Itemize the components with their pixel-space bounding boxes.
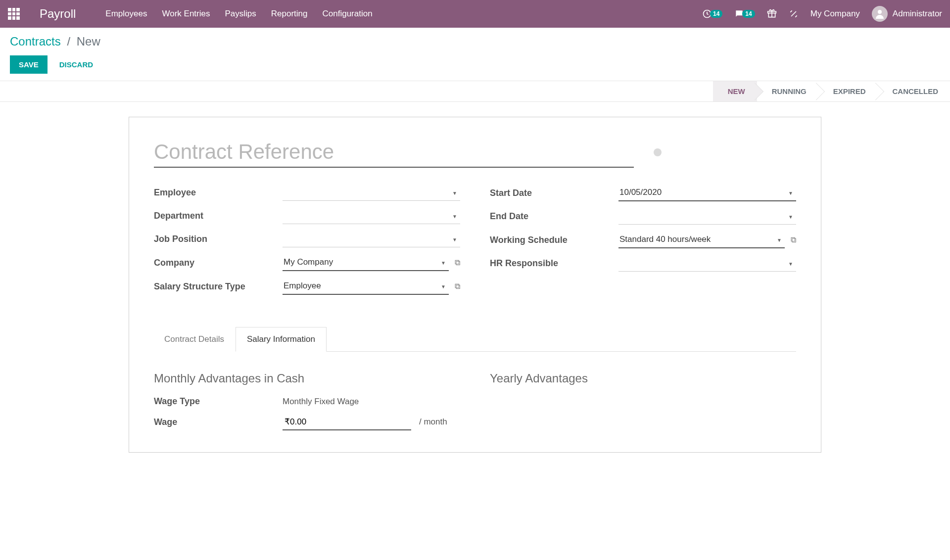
stage-expired[interactable]: EXPIRED (818, 81, 878, 101)
wage-input[interactable] (283, 414, 411, 430)
salary-structure-type-field[interactable] (283, 278, 449, 295)
user-icon (874, 8, 886, 20)
label-department: Department (154, 211, 283, 221)
avatar (872, 6, 888, 22)
hr-responsible-field[interactable] (618, 255, 796, 272)
job-position-field[interactable] (283, 231, 460, 247)
label-working-schedule: Working Schedule (490, 235, 618, 245)
statusbar-wrap: NEW RUNNING EXPIRED CANCELLED (0, 81, 950, 102)
employee-field[interactable] (283, 185, 460, 201)
messages-button[interactable]: 14 (734, 9, 755, 19)
gift-button[interactable] (767, 9, 777, 19)
start-date-field[interactable] (618, 185, 796, 201)
form-container: Employee ▼ Department ▼ Job Position (0, 102, 950, 453)
user-menu[interactable]: Administrator (872, 6, 942, 22)
nav-menu: Employees Work Entries Payslips Reportin… (105, 9, 702, 19)
kanban-state-dot[interactable] (654, 148, 662, 156)
stage-cancelled[interactable]: CANCELLED (878, 81, 950, 101)
working-schedule-field[interactable] (618, 232, 785, 248)
breadcrumb-parent[interactable]: Contracts (10, 35, 61, 48)
label-start-date: Start Date (490, 188, 618, 198)
external-link-icon[interactable]: ⧉ (455, 258, 460, 267)
control-buttons: SAVE DISCARD (10, 55, 940, 74)
developer-button[interactable] (789, 9, 799, 19)
nav-item-configuration[interactable]: Configuration (323, 9, 373, 19)
yearly-advantages-title: Yearly Advantages (490, 372, 796, 385)
tab-content: Monthly Advantages in Cash Wage Type Mon… (154, 352, 796, 452)
company-selector[interactable]: My Company (810, 9, 860, 19)
tabs: Contract Details Salary Information (153, 327, 796, 352)
breadcrumb: Contracts / New (10, 35, 940, 48)
breadcrumb-separator: / (67, 35, 70, 48)
label-wage-type: Wage Type (154, 396, 283, 407)
wage-unit: / month (419, 417, 447, 427)
tab-col-monthly: Monthly Advantages in Cash Wage Type Mon… (154, 372, 460, 437)
label-salary-structure-type: Salary Structure Type (154, 281, 283, 292)
save-button[interactable]: SAVE (10, 55, 48, 74)
stage-running[interactable]: RUNNING (757, 81, 818, 101)
tab-salary-information[interactable]: Salary Information (236, 327, 327, 352)
label-hr-responsible: HR Responsible (490, 258, 618, 269)
gift-icon (767, 9, 777, 19)
label-employee: Employee (154, 187, 283, 198)
form-sheet: Employee ▼ Department ▼ Job Position (129, 117, 821, 453)
statusbar: NEW RUNNING EXPIRED CANCELLED (713, 81, 950, 101)
label-wage: Wage (154, 417, 283, 427)
external-link-icon[interactable]: ⧉ (455, 282, 460, 291)
department-field[interactable] (283, 208, 460, 224)
wrench-icon (789, 9, 799, 19)
breadcrumb-current: New (77, 35, 100, 48)
username: Administrator (893, 9, 942, 19)
apps-icon[interactable] (8, 8, 20, 20)
form-columns: Employee ▼ Department ▼ Job Position (154, 185, 796, 302)
external-link-icon[interactable]: ⧉ (791, 235, 796, 244)
end-date-field[interactable] (618, 208, 796, 225)
nav-item-reporting[interactable]: Reporting (271, 9, 308, 19)
activities-button[interactable]: 14 (702, 9, 722, 19)
form-col-left: Employee ▼ Department ▼ Job Position (154, 185, 460, 302)
tab-contract-details[interactable]: Contract Details (153, 327, 236, 352)
activities-badge: 14 (710, 10, 722, 18)
app-brand[interactable]: Payroll (40, 7, 76, 21)
label-company: Company (154, 258, 283, 268)
top-navbar: Payroll Employees Work Entries Payslips … (0, 0, 950, 28)
discard-button[interactable]: DISCARD (55, 55, 97, 74)
wage-type-value: Monthly Fixed Wage (283, 397, 359, 407)
svg-point-1 (878, 10, 882, 14)
title-row (154, 137, 796, 168)
form-col-right: Start Date ▼ End Date ▼ Working Schedule (490, 185, 796, 302)
label-job-position: Job Position (154, 234, 283, 244)
label-end-date: End Date (490, 211, 618, 222)
tab-col-yearly: Yearly Advantages (490, 372, 796, 437)
company-field[interactable] (283, 254, 449, 271)
nav-item-employees[interactable]: Employees (105, 9, 147, 19)
messages-badge: 14 (742, 10, 755, 18)
nav-item-payslips[interactable]: Payslips (225, 9, 256, 19)
monthly-advantages-title: Monthly Advantages in Cash (154, 372, 460, 385)
contract-reference-input[interactable] (154, 137, 634, 168)
control-panel: Contracts / New SAVE DISCARD (0, 28, 950, 81)
nav-item-work-entries[interactable]: Work Entries (162, 9, 210, 19)
nav-right: 14 14 My Company Administrator (702, 6, 942, 22)
stage-new[interactable]: NEW (713, 81, 757, 101)
